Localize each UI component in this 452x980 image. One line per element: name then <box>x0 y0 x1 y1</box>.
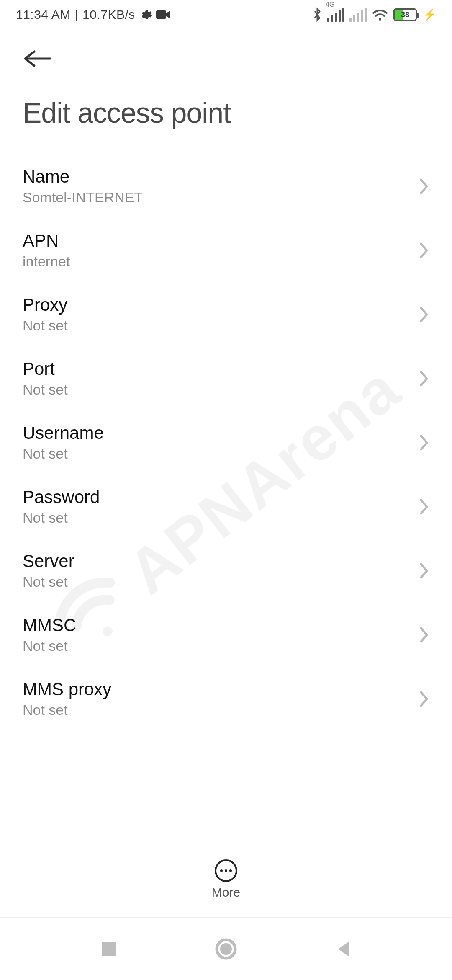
row-label: Port <box>23 359 68 379</box>
row-value: Not set <box>23 510 100 526</box>
svg-rect-0 <box>156 10 166 19</box>
svg-point-4 <box>220 943 232 955</box>
signal-sim2-icon <box>349 8 367 22</box>
nav-back-button[interactable] <box>326 932 360 966</box>
row-server[interactable]: Server Not set <box>0 539 452 603</box>
chevron-right-icon <box>419 305 429 324</box>
row-value: internet <box>23 253 70 270</box>
chevron-right-icon <box>419 433 429 452</box>
row-value: Not set <box>23 382 68 398</box>
gear-icon <box>139 8 152 21</box>
svg-rect-2 <box>102 942 116 956</box>
row-username[interactable]: Username Not set <box>0 410 452 475</box>
row-value: Not set <box>23 638 76 654</box>
status-time: 11:34 AM <box>16 8 71 22</box>
nav-recent-button[interactable] <box>92 932 126 966</box>
chevron-right-icon <box>419 498 429 516</box>
status-speed: 10.7KB/s <box>82 8 135 22</box>
page-title: Edit access point <box>0 80 452 142</box>
wifi-icon <box>372 8 388 21</box>
signal-4g-label: 4G <box>326 1 334 8</box>
row-label: Name <box>23 167 143 187</box>
chevron-right-icon <box>419 241 429 260</box>
signal-sim1-icon: 4G <box>327 8 344 22</box>
svg-point-1 <box>379 18 381 21</box>
header <box>0 29 452 80</box>
row-password[interactable]: Password Not set <box>0 475 452 539</box>
row-value: Not set <box>23 574 74 590</box>
chevron-right-icon <box>419 177 429 196</box>
chevron-right-icon <box>419 562 429 580</box>
row-value: Not set <box>23 446 104 462</box>
system-nav-bar <box>0 917 452 980</box>
row-mms-proxy[interactable]: MMS proxy Not set <box>0 667 452 731</box>
row-port[interactable]: Port Not set <box>0 346 452 410</box>
chevron-right-icon <box>419 369 429 388</box>
row-apn[interactable]: APN internet <box>0 218 452 282</box>
chevron-right-icon <box>419 690 429 708</box>
row-value: Somtel-INTERNET <box>23 189 143 206</box>
status-sep: | <box>75 8 78 22</box>
row-label: Password <box>23 487 100 507</box>
back-button[interactable] <box>23 42 56 75</box>
row-mmsc[interactable]: MMSC Not set <box>0 603 452 667</box>
more-button[interactable]: More <box>0 859 452 900</box>
battery-percent: 38 <box>395 10 416 19</box>
video-icon <box>156 10 170 20</box>
row-proxy[interactable]: Proxy Not set <box>0 282 452 346</box>
more-label: More <box>212 885 240 900</box>
row-label: APN <box>23 231 70 251</box>
more-icon <box>215 859 237 882</box>
settings-list: Name Somtel-INTERNET APN internet Proxy … <box>0 142 452 731</box>
row-label: MMS proxy <box>23 679 111 699</box>
row-value: Not set <box>23 317 68 334</box>
bluetooth-icon <box>312 7 322 22</box>
status-bar: 11:34 AM | 10.7KB/s 4G 38 ⚡ <box>0 0 452 29</box>
row-label: Username <box>23 423 104 443</box>
nav-home-button[interactable] <box>209 932 243 966</box>
row-label: MMSC <box>23 615 76 635</box>
battery-icon: 38 <box>393 8 417 21</box>
row-value: Not set <box>23 702 111 718</box>
row-name[interactable]: Name Somtel-INTERNET <box>0 154 452 218</box>
chevron-right-icon <box>419 626 429 644</box>
row-label: Proxy <box>23 295 68 315</box>
row-label: Server <box>23 551 74 571</box>
charging-icon: ⚡ <box>423 8 436 21</box>
